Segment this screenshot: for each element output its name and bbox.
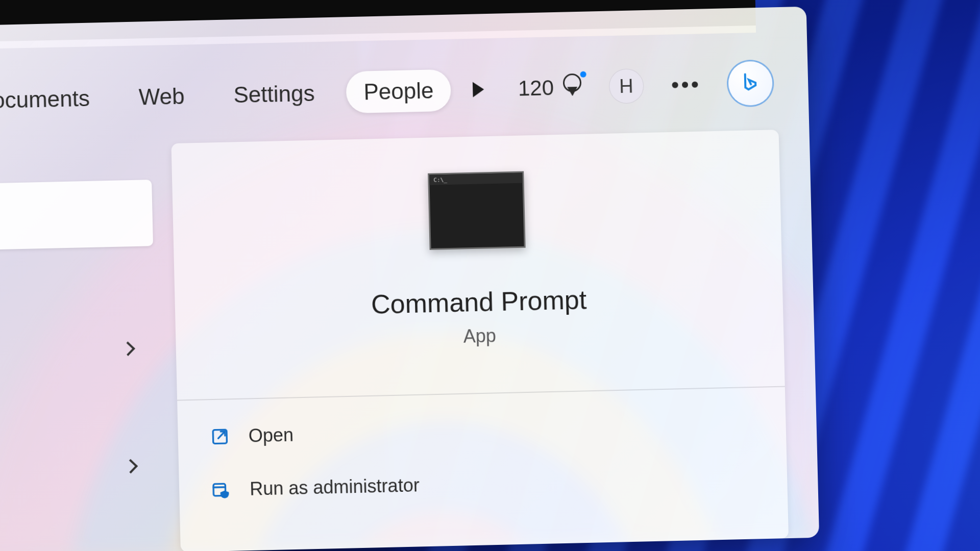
command-prompt-app-icon: C:\_ bbox=[428, 171, 526, 250]
tab-settings[interactable]: Settings bbox=[216, 72, 333, 116]
notification-dot-icon bbox=[580, 71, 586, 78]
chevron-right-icon bbox=[124, 459, 138, 473]
result-hero: C:\_ Command Prompt App bbox=[171, 130, 785, 400]
app-icon-prompt-text: C:\_ bbox=[433, 177, 447, 184]
open-external-icon bbox=[208, 425, 231, 448]
medal-icon bbox=[560, 73, 583, 102]
tab-documents[interactable]: Documents bbox=[0, 77, 108, 122]
start-search-panel: Documents Web Settings People 120 H ••• bbox=[0, 7, 819, 551]
filter-tabs: Documents Web Settings People bbox=[0, 69, 451, 122]
search-panel-header: Documents Web Settings People 120 H ••• bbox=[0, 46, 809, 137]
user-avatar[interactable]: H bbox=[608, 68, 644, 104]
rewards-points-value: 120 bbox=[518, 76, 554, 101]
chevron-right-icon bbox=[121, 341, 135, 356]
search-highlights-button[interactable] bbox=[463, 75, 493, 104]
best-match-card[interactable] bbox=[0, 180, 153, 250]
result-subtype: App bbox=[463, 325, 496, 347]
bing-icon bbox=[738, 71, 763, 96]
header-right-controls: 120 H ••• bbox=[463, 61, 788, 112]
action-open-label: Open bbox=[248, 424, 293, 447]
result-actions: Open Run as administrator bbox=[177, 387, 788, 509]
result-title: Command Prompt bbox=[371, 284, 586, 320]
results-list bbox=[0, 180, 160, 551]
action-run-as-administrator[interactable]: Run as administrator bbox=[205, 459, 761, 509]
tab-people[interactable]: People bbox=[346, 69, 452, 114]
result-detail-pane: C:\_ Command Prompt App Open bbox=[171, 130, 789, 551]
action-admin-label: Run as administrator bbox=[250, 474, 420, 500]
result-expand-row-1[interactable] bbox=[0, 328, 156, 372]
action-open[interactable]: Open bbox=[204, 406, 760, 456]
run-admin-icon bbox=[210, 478, 233, 501]
tab-web[interactable]: Web bbox=[121, 75, 203, 119]
bing-chat-button[interactable] bbox=[728, 61, 773, 106]
result-expand-row-2[interactable] bbox=[0, 445, 159, 490]
play-icon bbox=[473, 82, 484, 97]
rewards-button[interactable]: 120 bbox=[518, 73, 583, 103]
more-options-button[interactable]: ••• bbox=[669, 77, 703, 93]
